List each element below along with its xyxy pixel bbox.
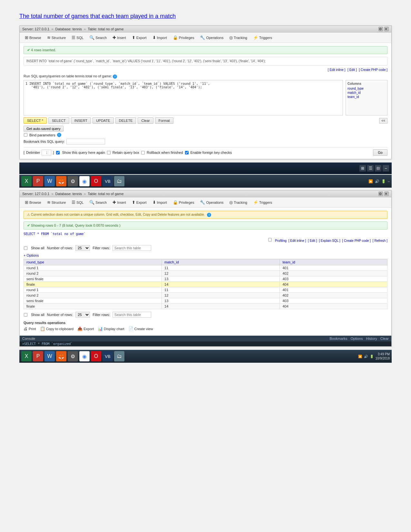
- search-button[interactable]: 🔍 Search: [87, 34, 109, 41]
- collapse-button[interactable]: <<: [379, 118, 387, 123]
- app-opera[interactable]: O: [91, 176, 101, 186]
- search-table-input-top[interactable]: [113, 245, 151, 251]
- refresh-link[interactable]: [ Refresh ]: [373, 239, 387, 242]
- search-button-2[interactable]: 🔍 Search: [87, 199, 109, 206]
- options-link[interactable]: Options: [351, 337, 363, 340]
- sql-button[interactable]: ☰ SQL: [69, 34, 86, 41]
- clear-button[interactable]: Clear: [138, 117, 153, 124]
- close-icon[interactable]: ✕: [384, 27, 389, 31]
- import-button-2[interactable]: ⬇ Import: [150, 199, 170, 206]
- minus-icon[interactable]: –: [383, 165, 389, 172]
- column-round-type[interactable]: round_type: [347, 87, 386, 90]
- show-all-checkbox-top[interactable]: [24, 246, 27, 250]
- list-icon[interactable]: ☰: [367, 165, 374, 172]
- final-app-opera[interactable]: O: [91, 351, 101, 361]
- triggers-button[interactable]: ⚡ Triggers: [250, 34, 275, 41]
- app-powerpoint[interactable]: P: [33, 176, 43, 186]
- browse-button[interactable]: ⊞ Browse: [22, 34, 44, 41]
- column-team-id[interactable]: team_id: [347, 95, 386, 99]
- bookmarks-link[interactable]: Bookmarks: [330, 337, 347, 340]
- insert-button[interactable]: ✚ Insert: [110, 34, 129, 41]
- create-view-button[interactable]: 📄 Create view: [128, 326, 153, 331]
- delimiter-input[interactable]: [42, 150, 51, 155]
- privileges-button-2[interactable]: 🔒 Privileges: [170, 199, 197, 206]
- app-files[interactable]: 🗂: [114, 176, 124, 186]
- info-icon[interactable]: i: [113, 74, 117, 79]
- update-button[interactable]: UPDATE: [93, 117, 114, 124]
- final-up-arrow-icon[interactable]: 🔼: [358, 355, 362, 358]
- final-app-virtualbox[interactable]: VB: [103, 351, 113, 361]
- export-button[interactable]: ⬆ Export: [129, 34, 149, 41]
- final-app-excel[interactable]: X: [21, 351, 32, 361]
- settings-icon[interactable]: ⚙: [378, 27, 383, 31]
- app-chrome[interactable]: ◉: [79, 176, 90, 186]
- table-icon[interactable]: ⊟: [375, 165, 381, 172]
- profiling-link[interactable]: Profiling: [275, 239, 287, 242]
- explain-sql-link[interactable]: [ Explain SQL ]: [319, 239, 340, 242]
- go-button[interactable]: Go: [373, 149, 387, 156]
- select-star-button[interactable]: SELECT *: [24, 117, 47, 124]
- battery-icon[interactable]: 🔋: [381, 179, 386, 183]
- show-again-checkbox[interactable]: [56, 151, 60, 154]
- auto-saved-query-button[interactable]: Get auto-saved query: [24, 126, 64, 132]
- history-link[interactable]: History: [366, 337, 377, 340]
- operations-button-2[interactable]: 🔧 Operations: [197, 199, 226, 206]
- export-results-button[interactable]: 📤 Export: [77, 326, 94, 331]
- app-excel[interactable]: X: [21, 176, 32, 186]
- app-virtualbox[interactable]: VB: [103, 176, 113, 186]
- structure-button[interactable]: ≋ Structure: [44, 34, 69, 41]
- retain-query-checkbox[interactable]: [107, 151, 111, 154]
- copy-clipboard-button[interactable]: 📋 Copy to clipboard: [40, 326, 74, 331]
- edit-inline-link[interactable]: [ Edit inline ]: [328, 68, 345, 72]
- col-team-id[interactable]: team_id: [280, 259, 387, 265]
- select-button[interactable]: SELECT: [48, 117, 69, 124]
- rows-select-bottom[interactable]: 25 50 100: [75, 312, 90, 318]
- insert-sql-button[interactable]: INSERT: [71, 117, 91, 124]
- operations-button[interactable]: 🔧 Operations: [197, 34, 226, 41]
- col-match-id[interactable]: match_id: [162, 259, 280, 265]
- browse-button-2[interactable]: ⊞ Browse: [22, 199, 44, 206]
- final-app-powerpoint[interactable]: P: [33, 351, 43, 361]
- create-php-link[interactable]: [ Create PHP code ]: [359, 68, 387, 72]
- search-table-input-bottom[interactable]: [113, 312, 151, 318]
- settings-icon-2[interactable]: ⚙: [378, 192, 383, 196]
- col-round-type[interactable]: round_type: [24, 259, 162, 265]
- privileges-button[interactable]: 🔒 Privileges: [170, 34, 197, 41]
- display-chart-button[interactable]: 📊 Display chart: [98, 326, 124, 331]
- edit-link[interactable]: [ Edit ]: [347, 68, 357, 72]
- sql-textarea[interactable]: [24, 80, 343, 115]
- final-app-settings[interactable]: ⚙: [68, 351, 78, 361]
- options-row[interactable]: + Options: [24, 253, 387, 257]
- triggers-button-2[interactable]: ⚡ Triggers: [250, 199, 275, 206]
- sound-icon[interactable]: 🔊: [375, 179, 379, 183]
- final-app-firefox[interactable]: 🦊: [56, 351, 66, 361]
- close-icon-2[interactable]: ✕: [384, 192, 389, 196]
- foreign-keys-checkbox[interactable]: [185, 151, 189, 154]
- clear-link[interactable]: Clear: [380, 337, 389, 340]
- rollback-checkbox[interactable]: [141, 151, 145, 154]
- final-sound-icon[interactable]: 🔊: [364, 355, 368, 358]
- profiling-checkbox[interactable]: [268, 238, 272, 241]
- column-match-id[interactable]: match_id: [347, 91, 386, 94]
- tracking-button-2[interactable]: ◎ Tracking: [227, 199, 250, 206]
- create-php-link-2[interactable]: [ Create PHP code ]: [342, 239, 371, 242]
- sql-button-2[interactable]: ☰ SQL: [69, 199, 86, 206]
- warning-info-icon[interactable]: i: [207, 213, 211, 217]
- app-settings[interactable]: ⚙: [68, 176, 78, 186]
- rows-select-top[interactable]: 25 50 100: [75, 245, 90, 251]
- up-arrow-icon[interactable]: 🔼: [368, 179, 373, 183]
- print-button[interactable]: 🖨 Print: [24, 326, 36, 331]
- app-firefox[interactable]: 🦊: [56, 176, 66, 186]
- bind-info-icon[interactable]: i: [57, 133, 61, 137]
- final-app-word[interactable]: W: [44, 351, 55, 361]
- grid-icon[interactable]: ⊞: [359, 165, 366, 172]
- bookmark-input[interactable]: [66, 139, 105, 144]
- delete-button[interactable]: DELETE: [115, 117, 136, 124]
- app-word[interactable]: W: [44, 176, 55, 186]
- final-battery-icon[interactable]: 🔋: [370, 355, 374, 358]
- format-button[interactable]: Format: [155, 117, 173, 124]
- export-button-2[interactable]: ⬆ Export: [129, 199, 149, 206]
- structure-button-2[interactable]: ≋ Structure: [44, 199, 69, 206]
- final-app-chrome[interactable]: ◉: [79, 351, 90, 361]
- edit-link-2[interactable]: [ Edit ]: [308, 239, 317, 242]
